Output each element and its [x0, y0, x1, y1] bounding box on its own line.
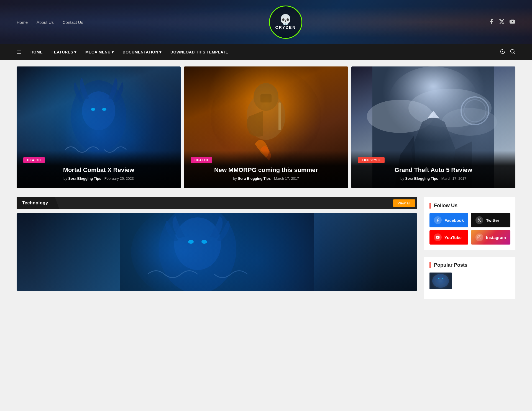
- card-1-title[interactable]: Mortal Combat X Review: [23, 166, 174, 174]
- header-twitter-icon[interactable]: [499, 19, 505, 26]
- card-1-meta: by Sora Blogging Tips - February 25, 202…: [23, 176, 174, 181]
- technology-title: Technology: [17, 197, 59, 209]
- site-header: Home About Us Contact Us 💀 CRYZEN: [0, 0, 532, 44]
- svg-point-21: [131, 213, 264, 291]
- card-2-title[interactable]: New MMORPG coming this summer: [191, 166, 341, 174]
- svg-point-7: [102, 108, 106, 111]
- popular-post-item-1[interactable]: [429, 273, 510, 289]
- youtube-button-label: YouTube: [444, 235, 462, 240]
- svg-point-4: [71, 80, 126, 152]
- card-2-author[interactable]: Sora Blogging Tips: [238, 176, 271, 181]
- svg-point-30: [432, 274, 449, 288]
- card-3-category[interactable]: LIFESTYLE: [358, 157, 385, 163]
- svg-rect-29: [429, 273, 452, 289]
- popular-posts-title: Popular Posts: [429, 262, 510, 268]
- features-dropdown-icon: ▾: [74, 50, 76, 54]
- card-3-title[interactable]: Grand Theft Auto 5 Review: [358, 166, 509, 174]
- navbar-download[interactable]: DOWNLOAD THIS TEMPLATE: [170, 50, 228, 54]
- svg-point-18: [461, 97, 489, 125]
- card-3-author[interactable]: Sora Blogging Tips: [405, 176, 438, 181]
- view-all-button[interactable]: View all: [393, 199, 415, 207]
- search-toggle[interactable]: [510, 49, 515, 56]
- svg-point-6: [91, 108, 95, 111]
- technology-section-heading: Technology View all: [17, 197, 417, 209]
- card-3-meta: by Sora Blogging Tips - March 17, 2017: [358, 176, 509, 181]
- featured-card-2[interactable]: HEALTH New MMORPG coming this summer by …: [184, 66, 348, 188]
- featured-card-3[interactable]: LIFESTYLE Grand Theft Auto 5 Review by S…: [351, 66, 515, 188]
- hamburger-icon[interactable]: ☰: [17, 49, 22, 55]
- svg-point-15: [367, 100, 433, 133]
- docs-dropdown-icon: ▾: [159, 50, 162, 54]
- svg-point-24: [188, 240, 194, 244]
- header-youtube-icon[interactable]: [509, 19, 515, 26]
- svg-point-1: [511, 49, 514, 53]
- popular-posts-section: Popular Posts: [424, 257, 515, 299]
- facebook-follow-button[interactable]: Facebook: [429, 213, 468, 227]
- svg-rect-11: [260, 94, 272, 102]
- facebook-button-label: Facebook: [444, 218, 464, 223]
- main-column: Technology View all: [17, 197, 417, 299]
- twitter-button-label: Twitter: [486, 218, 499, 223]
- mega-dropdown-icon: ▾: [112, 50, 114, 54]
- svg-point-14: [389, 66, 478, 133]
- card-3-overlay: LIFESTYLE Grand Theft Auto 5 Review by S…: [351, 151, 515, 188]
- card-1-category[interactable]: HEALTH: [23, 157, 45, 163]
- navbar-right: [500, 49, 515, 56]
- card-2-date: March 17, 2017: [274, 176, 299, 181]
- navbar-left: ☰ HOME FEATURES ▾ MEGA MENU ▾ DOCUMENTAT…: [17, 49, 228, 55]
- svg-point-22: [159, 213, 236, 291]
- logo-skull-icon: 💀: [279, 15, 292, 25]
- logo-circle: 💀 CRYZEN: [269, 6, 302, 39]
- main-navbar: ☰ HOME FEATURES ▾ MEGA MENU ▾ DOCUMENTAT…: [0, 44, 532, 60]
- main-content: HEALTH Mortal Combat X Review by Sora Bl…: [0, 60, 532, 306]
- card-2-overlay: HEALTH New MMORPG coming this summer by …: [184, 151, 348, 188]
- navbar-documentation[interactable]: DOCUMENTATION ▾: [123, 50, 162, 54]
- featured-posts-grid: HEALTH Mortal Combat X Review by Sora Bl…: [17, 66, 515, 188]
- svg-point-32: [438, 278, 439, 279]
- navbar-mega-menu[interactable]: MEGA MENU ▾: [85, 50, 114, 54]
- social-buttons-grid: Facebook Twitter YouTube: [429, 213, 510, 245]
- svg-point-9: [247, 93, 285, 140]
- popular-post-thumb-1: [429, 273, 452, 289]
- card-3-date: March 17, 2017: [441, 176, 466, 181]
- twitter-icon: [475, 216, 483, 224]
- svg-rect-20: [120, 213, 314, 291]
- follow-us-section: Follow Us Facebook Twitter: [424, 197, 515, 250]
- svg-point-19: [464, 100, 486, 122]
- content-area: Technology View all: [17, 197, 515, 299]
- svg-point-33: [442, 278, 443, 279]
- card-1-author[interactable]: Sora Blogging Tips: [68, 176, 101, 181]
- instagram-button-label: Instagram: [486, 235, 506, 240]
- svg-point-16: [408, 89, 492, 127]
- card-1-date: February 25, 2023: [104, 176, 134, 181]
- technology-article-image[interactable]: [17, 213, 417, 291]
- card-1-overlay: HEALTH Mortal Combat X Review by Sora Bl…: [17, 151, 181, 188]
- nav-home-link[interactable]: Home: [17, 20, 28, 25]
- svg-rect-27: [478, 236, 481, 239]
- featured-card-1[interactable]: HEALTH Mortal Combat X Review by Sora Bl…: [17, 66, 181, 188]
- svg-rect-12: [278, 102, 281, 130]
- header-social-icons: [488, 19, 515, 26]
- card-2-meta: by Sora Blogging Tips - March 17, 2017: [191, 176, 341, 181]
- navbar-home[interactable]: HOME: [30, 50, 43, 54]
- dark-mode-toggle[interactable]: [500, 49, 505, 56]
- card-2-category[interactable]: HEALTH: [191, 157, 212, 163]
- logo-brand-text: CRYZEN: [275, 25, 296, 30]
- svg-point-5: [82, 91, 115, 130]
- youtube-follow-button[interactable]: YouTube: [429, 230, 468, 245]
- nav-contact-link[interactable]: Contact Us: [63, 20, 83, 25]
- svg-point-25: [201, 240, 207, 244]
- svg-line-2: [514, 52, 515, 53]
- svg-point-10: [254, 83, 278, 111]
- instagram-icon: [475, 233, 483, 241]
- nav-about-link[interactable]: About Us: [37, 20, 54, 25]
- header-nav: Home About Us Contact Us: [17, 20, 83, 25]
- svg-point-23: [174, 217, 221, 270]
- navbar-features[interactable]: FEATURES ▾: [52, 50, 76, 54]
- site-logo[interactable]: 💀 CRYZEN: [269, 6, 302, 39]
- twitter-follow-button[interactable]: Twitter: [471, 213, 510, 227]
- header-facebook-icon[interactable]: [488, 19, 494, 26]
- instagram-follow-button[interactable]: Instagram: [471, 230, 510, 245]
- sidebar: Follow Us Facebook Twitter: [424, 197, 515, 299]
- follow-us-title: Follow Us: [429, 203, 510, 209]
